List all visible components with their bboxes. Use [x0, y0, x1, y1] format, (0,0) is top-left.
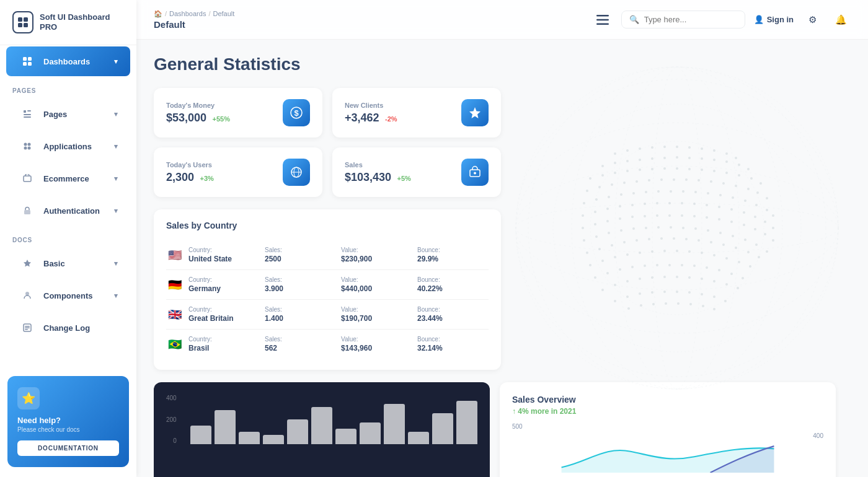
chevron-down-icon: ▾ — [114, 142, 118, 151]
bar — [432, 413, 453, 444]
svg-point-208 — [688, 276, 691, 279]
content-inner: /* dots rendered inline as circle elemen… — [154, 55, 851, 477]
svg-point-112 — [619, 205, 621, 208]
page-title: General Statistics — [154, 55, 851, 74]
svg-point-169 — [710, 241, 712, 243]
svg-point-83 — [673, 178, 675, 181]
sidebar: Soft UI Dashboard PRO Dashboards ▾ PAGES… — [0, 0, 136, 477]
svg-point-49 — [614, 162, 616, 164]
bar — [408, 432, 429, 444]
stat-info-money: Today's Money $53,000 +55% — [166, 102, 230, 125]
svg-point-160 — [598, 248, 601, 250]
table-row: 🇬🇧 Country: Great Britain Sales: 1.400 V… — [166, 300, 489, 330]
svg-point-98 — [657, 190, 660, 193]
country-col-bounce-br: Bounce: 32.14% — [417, 336, 489, 352]
svg-point-142 — [772, 239, 774, 242]
svg-point-228 — [689, 303, 692, 305]
svg-point-147 — [632, 227, 635, 230]
search-input[interactable] — [644, 15, 737, 24]
svg-point-145 — [608, 232, 610, 234]
svg-point-207 — [676, 276, 678, 278]
svg-rect-17 — [24, 210, 30, 214]
svg-point-41 — [663, 146, 666, 148]
sidebar-item-applications[interactable]: Applications ▾ — [6, 131, 130, 161]
sidebar-item-ecommerce[interactable]: Ecommerce ▾ — [6, 164, 130, 193]
sidebar-item-authentication[interactable]: Authentication ▾ — [6, 196, 130, 225]
notifications-button[interactable]: 🔔 — [831, 10, 851, 30]
svg-point-164 — [648, 238, 650, 240]
stat-card-sales: Sales $103,430 +5% — [332, 147, 501, 197]
svg-point-126 — [582, 227, 584, 229]
chevron-down-icon: ▾ — [114, 175, 118, 183]
svg-point-221 — [713, 295, 715, 298]
globe-decoration: /* dots rendered inline as circle elemen… — [491, 42, 868, 439]
table-row: 🇧🇷 Country: Brasil Sales: 562 Value: $14… — [166, 330, 489, 359]
svg-point-66 — [651, 168, 653, 170]
bottom-charts: 400 200 0 — [154, 382, 836, 477]
country-col-sales-de: Sales: 3.900 — [265, 276, 336, 293]
svg-point-174 — [589, 264, 591, 266]
documentation-button[interactable]: DOCUMENTATION — [17, 440, 119, 456]
sidebar-item-changelog[interactable]: Change Log — [6, 313, 130, 343]
line-chart: 500 400 — [512, 423, 823, 473]
svg-rect-0 — [18, 17, 22, 22]
svg-point-32 — [516, 79, 838, 377]
hamburger-button[interactable] — [593, 10, 613, 30]
sidebar-item-components[interactable]: Components ▾ — [6, 281, 130, 310]
breadcrumb-path: 🏠 / Dashboards / Default — [154, 10, 234, 18]
svg-point-198 — [718, 269, 720, 271]
svg-point-54 — [676, 156, 678, 159]
page-breadcrumb-title: Default — [154, 19, 234, 30]
svg-point-76 — [586, 190, 588, 192]
svg-point-184 — [713, 254, 715, 256]
svg-point-81 — [648, 179, 650, 182]
svg-text:$: $ — [294, 108, 299, 118]
settings-button[interactable]: ⚙ — [802, 10, 822, 30]
svg-point-183 — [701, 252, 703, 254]
svg-rect-8 — [24, 110, 26, 113]
svg-rect-9 — [27, 110, 31, 112]
country-col-name-de: Country: Germany — [188, 276, 260, 293]
svg-point-176 — [614, 256, 616, 258]
svg-point-211 — [725, 283, 728, 286]
svg-point-206 — [663, 276, 666, 278]
svg-point-12 — [24, 143, 27, 146]
svg-point-116 — [668, 202, 671, 204]
sidebar-item-dashboards[interactable]: Dashboards ▾ — [6, 46, 130, 76]
svg-point-161 — [611, 244, 613, 247]
svg-point-37 — [614, 152, 616, 155]
svg-point-229 — [702, 305, 704, 307]
sidebar-item-basic[interactable]: Basic ▾ — [6, 248, 130, 278]
pages-section-label: PAGES — [0, 77, 136, 98]
sidebar-item-pages[interactable]: Pages ▾ — [6, 99, 130, 129]
svg-point-29 — [516, 203, 838, 253]
svg-point-27 — [553, 104, 801, 352]
svg-point-230 — [713, 308, 715, 310]
svg-point-185 — [725, 257, 728, 260]
svg-point-111 — [606, 208, 609, 210]
bar-group — [215, 410, 236, 444]
signin-button[interactable]: 👤 Sign in — [754, 15, 794, 24]
svg-point-134 — [681, 214, 683, 217]
svg-point-60 — [747, 168, 750, 170]
svg-point-191 — [631, 266, 634, 268]
header: 🏠 / Dashboards / Default Default 🔍 — [136, 0, 868, 40]
main-content: 🏠 / Dashboards / Default Default 🔍 — [136, 0, 868, 477]
basic-icon — [19, 255, 36, 272]
svg-point-113 — [631, 204, 634, 206]
svg-point-224 — [640, 304, 642, 307]
header-right: 🔍 👤 Sign in ⚙ 🔔 — [588, 10, 851, 30]
sidebar-item-components-label: Components — [43, 291, 107, 300]
search-box[interactable]: 🔍 — [621, 11, 745, 28]
svg-point-136 — [706, 216, 708, 219]
svg-point-79 — [623, 182, 626, 184]
svg-point-196 — [693, 265, 696, 267]
svg-point-42 — [676, 146, 678, 148]
sidebar-logo: Soft UI Dashboard PRO — [0, 0, 136, 45]
svg-point-237 — [474, 172, 476, 175]
svg-point-48 — [601, 165, 604, 167]
svg-point-192 — [644, 265, 646, 267]
country-col-value-us: Value: $230,900 — [341, 247, 412, 263]
content-area: /* dots rendered inline as circle elemen… — [136, 40, 868, 477]
svg-point-212 — [737, 287, 739, 289]
